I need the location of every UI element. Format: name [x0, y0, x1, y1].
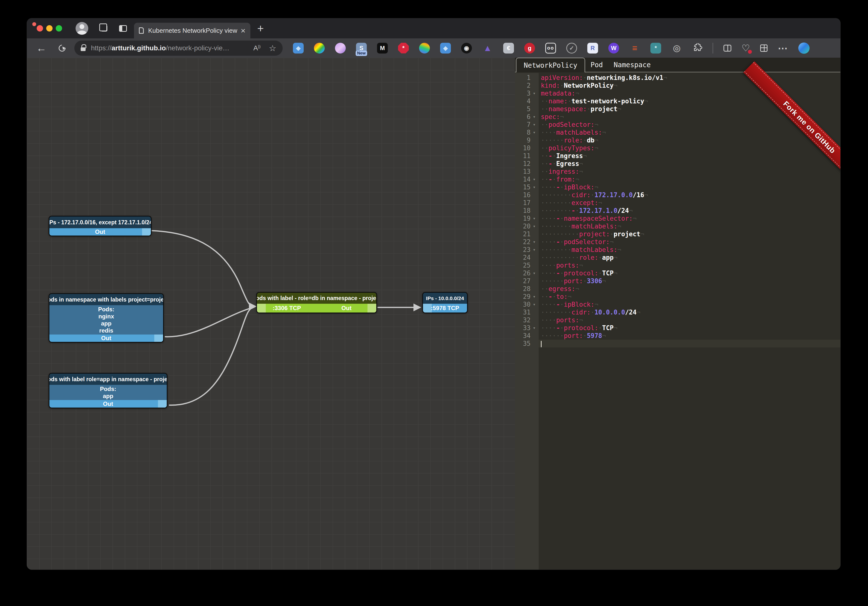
maximize-window-button[interactable] [56, 25, 62, 31]
code-line[interactable]: ······role:·db¬ [539, 136, 840, 144]
code-line[interactable]: ········cidr:·10.0.0.0/24¬ [539, 308, 840, 316]
node-port-bar[interactable]: Out [50, 334, 163, 342]
back-icon[interactable]: ← [36, 43, 46, 53]
gutter-line-number[interactable]: 15▾ [515, 183, 539, 191]
ext-r-icon[interactable]: R [587, 43, 598, 54]
gutter-line-number[interactable]: 7▾ [515, 121, 539, 128]
gutter-line-number[interactable]: 30▾ [515, 301, 539, 308]
ext-web-icon[interactable]: * [650, 43, 661, 54]
gutter-line-number[interactable]: 10 [515, 144, 539, 152]
split-screen-icon[interactable] [724, 45, 731, 51]
node-port-bar[interactable]: :5978 TCP [423, 304, 467, 312]
code-line[interactable]: ····-·ipBlock:¬ [539, 183, 840, 191]
code-line[interactable]: ······port:·3306¬ [539, 277, 840, 285]
read-aloud-icon[interactable]: A)) [253, 44, 260, 52]
code-line[interactable]: ··policyTypes:¬ [539, 144, 840, 152]
gutter-line-number[interactable]: 26▾ [515, 269, 539, 277]
gutter-line-number[interactable]: 8▾ [515, 128, 539, 136]
code-line[interactable]: ····-·ipBlock:¬ [539, 301, 840, 308]
gutter-line-number[interactable]: 32 [515, 316, 539, 324]
network-policy-diagram-canvas[interactable]: IPs - 172.17.0.0/16, except 172.17.1.0/2… [27, 58, 515, 570]
code-line[interactable]: ··········role:·app¬ [539, 254, 840, 261]
tab-groups-icon[interactable] [101, 25, 107, 31]
ext-grammarly-icon[interactable]: g [524, 43, 535, 54]
code-line[interactable]: ····matchLabels:¬ [539, 128, 840, 136]
code-line[interactable]: ········matchLabels:¬ [539, 246, 840, 254]
gutter-line-number[interactable]: 22▾ [515, 238, 539, 246]
code-line[interactable]: ····-·namespaceSelector:¬ [539, 215, 840, 223]
gutter-line-number[interactable]: 9 [515, 136, 539, 144]
ext-blocker-icon[interactable]: * [398, 43, 409, 54]
code-line[interactable]: ········-·172.17.1.0/24¬ [539, 207, 840, 215]
code-line[interactable]: ····-·podSelector:¬ [539, 238, 840, 246]
gutter-line-number[interactable]: 12 [515, 160, 539, 168]
code-line[interactable]: ········matchLabels:¬ [539, 223, 840, 230]
diagram-node-app-pods[interactable]: Pods with label role=app in namespace - … [49, 373, 167, 408]
browser-health-icon[interactable]: ♡ [742, 43, 750, 53]
code-line[interactable]: ··ingress:¬ [539, 168, 840, 175]
code-line[interactable] [539, 340, 840, 348]
code-line[interactable]: ··-·Egress¬ [539, 160, 840, 168]
browser-tab[interactable]: Kubernetes NetworkPolicy view × [134, 23, 250, 39]
ext-s-new-icon[interactable]: SNew [356, 43, 367, 54]
code-line[interactable]: metadata:¬ [539, 90, 840, 97]
sidebar-toggle-icon[interactable] [119, 25, 127, 32]
ext-check-icon[interactable]: ✓ [566, 43, 577, 54]
gutter-line-number[interactable]: 23▾ [515, 246, 539, 254]
gutter-line-number[interactable]: 6▾ [515, 113, 539, 121]
diagram-node-namespace-pods[interactable]: Pods in namespace with labels project=pr… [49, 293, 164, 343]
gutter-line-number[interactable]: 5 [515, 105, 539, 113]
code-line[interactable]: ······port:·5978¬ [539, 332, 840, 340]
gutter-line-number[interactable]: 33▾ [515, 324, 539, 332]
gutter-line-number[interactable]: 3▾ [515, 90, 539, 97]
gutter-line-number[interactable]: 31 [515, 308, 539, 316]
gutter-line-number[interactable]: 34 [515, 332, 539, 340]
code-line[interactable]: ··-·to:¬ [539, 293, 840, 301]
gutter-line-number[interactable]: 18 [515, 207, 539, 215]
ext-medium-icon[interactable]: M [377, 43, 388, 54]
more-menu-icon[interactable]: ⋯ [778, 43, 788, 54]
gutter-line-number[interactable]: 21 [515, 230, 539, 238]
diagram-node-db-pods[interactable]: Pods with label - role=db in namespace -… [256, 292, 377, 313]
profile-avatar[interactable] [76, 22, 88, 35]
code-line[interactable]: ········except:¬ [539, 199, 840, 207]
tab-close-icon[interactable]: × [240, 26, 245, 35]
gutter-line-number[interactable]: 24 [515, 254, 539, 261]
ext-euro-icon[interactable]: € [503, 43, 514, 54]
gutter-line-number[interactable]: 27 [515, 277, 539, 285]
diagram-node-ips-source[interactable]: IPs - 172.17.0.0/16, except 172.17.1.0/2… [49, 216, 152, 236]
code-line[interactable]: ··········project:·project¬ [539, 230, 840, 238]
code-line[interactable]: ····-·protocol:·TCP¬ [539, 269, 840, 277]
diagram-node-ips-destination[interactable]: IPs - 10.0.0.0/24:5978 TCP [422, 292, 468, 313]
gutter-line-number[interactable]: 28 [515, 285, 539, 293]
ext-palette-icon[interactable] [335, 43, 346, 54]
code-line[interactable]: ····ports:¬ [539, 316, 840, 324]
gutter-line-number[interactable]: 1 [515, 74, 539, 82]
editor-code-area[interactable]: apiVersion:·networking.k8s.io/v1¬kind:·N… [539, 73, 840, 570]
new-tab-button[interactable]: + [257, 23, 264, 34]
ext-goggles-icon[interactable]: oo [545, 43, 556, 54]
ext-mountain-icon[interactable]: ▲ [482, 43, 493, 54]
code-line[interactable]: ········cidr:·172.17.0.0/16¬ [539, 191, 840, 199]
editor-tab-pod[interactable]: Pod [585, 58, 608, 72]
reload-icon[interactable] [57, 43, 67, 53]
extensions-puzzle-icon[interactable] [693, 43, 702, 53]
code-line[interactable]: ····-·protocol:·TCP¬ [539, 324, 840, 332]
code-line[interactable]: apiVersion:·networking.k8s.io/v1¬ [539, 74, 840, 82]
minimize-window-button[interactable] [46, 25, 53, 31]
favorite-star-icon[interactable]: ☆ [269, 43, 276, 53]
editor-tab-namespace[interactable]: Namespace [608, 58, 656, 72]
gutter-line-number[interactable]: 29▾ [515, 293, 539, 301]
editor-tab-networkpolicy[interactable]: NetworkPolicy [516, 58, 585, 72]
gutter-line-number[interactable]: 19▾ [515, 215, 539, 223]
node-port-bar[interactable]: :3306 TCPOut [257, 304, 376, 312]
code-line[interactable]: ··-·from:¬ [539, 175, 840, 183]
gutter-line-number[interactable]: 13 [515, 168, 539, 175]
ext-w-icon[interactable]: W [608, 43, 619, 54]
code-line[interactable]: ··-·Ingress¬ [539, 152, 840, 160]
node-port-bar[interactable]: Out [50, 400, 167, 408]
gutter-line-number[interactable]: 14▾ [515, 175, 539, 183]
gutter-line-number[interactable]: 2 [515, 82, 539, 90]
gutter-line-number[interactable]: 16 [515, 191, 539, 199]
ext-photo-wheel-icon[interactable] [419, 43, 430, 54]
